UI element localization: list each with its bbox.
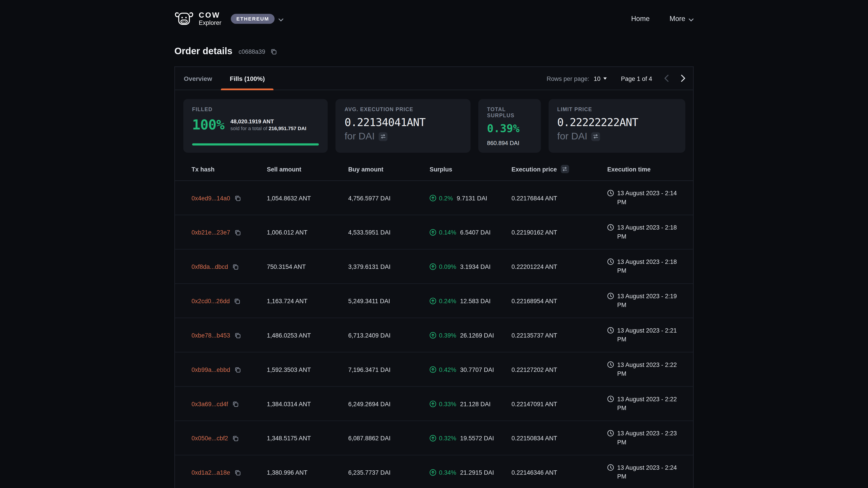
table-row: 0xb21e...23e7 1,006.012 ANT 4,533.5951 D… [175, 215, 693, 250]
table-row: 0xd1a2...a18e 1,380.996 ANT 6,235.7737 D… [175, 455, 693, 488]
invert-price-button[interactable] [379, 132, 388, 141]
tx-hash-link[interactable]: 0xb99a...ebbd [191, 366, 230, 372]
invert-price-button[interactable] [591, 132, 600, 141]
total-surplus-amount: 860.894 DAI [487, 139, 532, 146]
surplus: 0.33% 21.128 DAI [430, 400, 511, 407]
tx-hash-link[interactable]: 0xf8da...dbcd [191, 263, 228, 269]
tab-overview-label: Overview [184, 75, 212, 82]
network-selector[interactable]: ETHEREUM [231, 14, 283, 24]
tab-fills[interactable]: Fills (100%) [221, 67, 274, 90]
clock-icon [608, 361, 614, 367]
copy-tx-hash-button[interactable] [234, 332, 241, 338]
tx-hash-link[interactable]: 0xbe78...b453 [191, 332, 230, 338]
rows-per-page-label: Rows per page: [547, 75, 589, 82]
surplus-percent: 0.24% [439, 297, 456, 304]
arrow-up-circle-icon [430, 195, 436, 201]
total-surplus-label: TOTAL SURPLUS [487, 106, 532, 119]
prev-page-button[interactable] [664, 75, 669, 82]
execution-time: 13 August 2023 - 2:18 PM [608, 223, 680, 241]
copy-tx-hash-button[interactable] [234, 229, 241, 235]
page-header: Order details c0688a39 [174, 46, 693, 57]
surplus-amount: 19.5572 DAI [460, 435, 494, 441]
execution-time: 13 August 2023 - 2:24 PM [608, 463, 680, 481]
fills-summary: FILLED 100% 48,020.1919 ANT sold for a t… [175, 90, 693, 153]
limit-price-label: LIMIT PRICE [557, 106, 677, 112]
execution-time: 13 August 2023 - 2:22 PM [608, 361, 680, 378]
copy-tx-hash-button[interactable] [232, 400, 239, 407]
arrow-up-circle-icon [430, 469, 436, 476]
copy-tx-hash-button[interactable] [232, 263, 239, 269]
tx-hash-link[interactable]: 0x050e...cbf2 [191, 435, 228, 441]
col-sell-amount: Sell amount [267, 166, 348, 172]
next-page-button[interactable] [681, 75, 685, 82]
surplus-amount: 6.5407 DAI [460, 229, 491, 235]
filled-sold-prefix: sold for a total of [230, 126, 269, 131]
table-row: 0xb99a...ebbd 1,592.3503 ANT 7,196.3471 … [175, 352, 693, 387]
execution-price: 0.22176844 ANT [512, 195, 608, 201]
table-row: 0x4ed9...14a0 1,054.8632 ANT 4,756.5977 … [175, 181, 693, 215]
filled-progress-track [192, 143, 319, 145]
copy-tx-hash-button[interactable] [234, 195, 241, 201]
cow-explorer-logo[interactable]: COW Explorer [174, 11, 221, 26]
copy-tx-hash-button[interactable] [234, 297, 240, 304]
table-row: 0x050e...cbf2 1,348.5175 ANT 6,087.8862 … [175, 421, 693, 455]
tab-overview[interactable]: Overview [175, 67, 221, 90]
execution-time-text: 13 August 2023 - 2:22 PM [617, 361, 680, 378]
copy-tx-hash-button[interactable] [232, 435, 239, 441]
arrow-up-circle-icon [430, 332, 436, 338]
execution-price: 0.22146346 ANT [512, 469, 608, 476]
buy-amount: 5,249.3411 DAI [348, 297, 430, 304]
invert-price-column-button[interactable] [561, 165, 569, 173]
tab-bar: Overview Fills (100%) Rows per page: 10 … [175, 67, 693, 90]
surplus: 0.14% 6.5407 DAI [430, 229, 511, 235]
buy-amount: 6,235.7737 DAI [348, 469, 430, 476]
table-row: 0xf8da...dbcd 750.3154 ANT 3,379.6131 DA… [175, 250, 693, 284]
network-badge: ETHEREUM [231, 14, 275, 24]
sell-amount: 750.3154 ANT [267, 263, 348, 269]
execution-time: 13 August 2023 - 2:19 PM [608, 292, 680, 310]
execution-time: 13 August 2023 - 2:18 PM [608, 258, 680, 275]
surplus: 0.42% 30.7707 DAI [430, 366, 511, 372]
surplus-percent: 0.42% [439, 366, 456, 372]
table-header-row: Tx hash Sell amount Buy amount Surplus E… [175, 153, 693, 181]
copy-order-id-button[interactable] [270, 48, 277, 55]
tx-hash-link[interactable]: 0x2cd0...26dd [191, 297, 230, 304]
sell-amount: 1,054.8632 ANT [267, 195, 348, 201]
nav-home-label: Home [631, 15, 650, 23]
surplus-amount: 12.583 DAI [460, 297, 491, 304]
col-execution-price-label: Execution price [512, 166, 557, 172]
nav-more[interactable]: More [670, 15, 693, 23]
tx-hash-link[interactable]: 0xd1a2...a18e [191, 469, 230, 476]
clock-icon [608, 464, 614, 470]
arrow-up-circle-icon [430, 435, 436, 441]
execution-time: 13 August 2023 - 2:23 PM [608, 429, 680, 447]
tx-hash-link[interactable]: 0x3a69...cd4f [191, 400, 228, 407]
copy-tx-hash-button[interactable] [234, 366, 241, 372]
sell-amount: 1,163.724 ANT [267, 297, 348, 304]
surplus-percent: 0.2% [439, 195, 453, 201]
filled-progress-bar [192, 143, 319, 145]
main-nav: Home More [631, 15, 693, 23]
avg-price-value: 0.22134041ANT [344, 116, 462, 129]
pagination: Rows per page: 10 Page 1 of 4 [547, 75, 693, 82]
filled-amount: 48,020.1919 ANT [230, 119, 306, 125]
top-nav: COW Explorer ETHEREUM Home More [0, 0, 868, 38]
rows-per-page-select[interactable]: 10 [594, 75, 607, 82]
copy-tx-hash-button[interactable] [234, 469, 241, 476]
clock-icon [608, 258, 614, 265]
sell-amount: 1,006.012 ANT [267, 229, 348, 235]
filled-percent: 100% [192, 117, 224, 133]
dropdown-caret-icon [603, 77, 607, 80]
nav-home[interactable]: Home [631, 15, 650, 23]
tx-hash-link[interactable]: 0x4ed9...14a0 [191, 195, 230, 201]
tx-hash-link[interactable]: 0xb21e...23e7 [191, 229, 230, 235]
buy-amount: 6,249.2694 DAI [348, 400, 430, 407]
filled-card: FILLED 100% 48,020.1919 ANT sold for a t… [183, 99, 328, 153]
avg-execution-price-card: AVG. EXECUTION PRICE 0.22134041ANT for D… [336, 99, 470, 153]
surplus-amount: 21.2915 DAI [460, 469, 494, 476]
execution-time: 13 August 2023 - 2:22 PM [608, 395, 680, 413]
brand-wordmark: COW [199, 11, 221, 20]
order-details-panel: Overview Fills (100%) Rows per page: 10 … [174, 66, 693, 488]
sell-amount: 1,384.0314 ANT [267, 400, 348, 407]
filled-sold-value: 216,951.757 DAI [269, 126, 306, 131]
